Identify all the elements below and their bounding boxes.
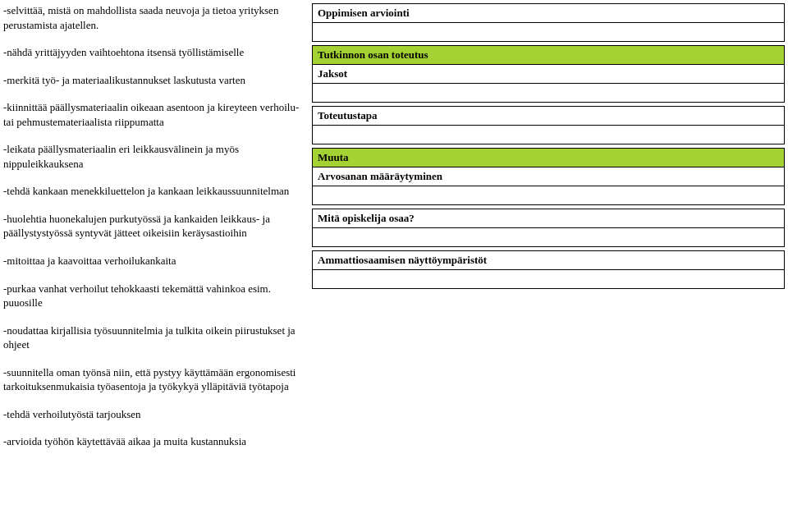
left-item-13: -arvioida työhön käytettävää aikaa ja mu… [3, 434, 307, 449]
section-toteutustapa: Toteutustapa [312, 106, 785, 144]
section-tutkinnon-osan-toteutus: Tutkinnon osan toteutus Jaksot [312, 45, 785, 103]
content-jaksot [313, 84, 785, 103]
left-item-7: -huolehtia huonekalujen purkutyössä ja k… [3, 212, 307, 241]
left-item-2: -nähdä yrittäjyyden vaihtoehtona itsensä… [3, 45, 307, 60]
content-toteutustapa [313, 126, 785, 144]
left-item-12: -tehdä verhoilutyöstä tarjouksen [3, 407, 307, 422]
left-item-11: -suunnitella oman työnsä niin, että pyst… [3, 365, 307, 394]
section-oppimisen-arviointi: Oppimisen arviointi [312, 3, 785, 42]
heading-mita-opiskelija-osaa: Mitä opiskelija osaa? [313, 209, 785, 228]
left-column: -selvittää, mistä on mahdollista saada n… [3, 3, 307, 462]
section-mita-opiskelija-osaa: Mitä opiskelija osaa? [312, 209, 785, 247]
heading-tutkinnon-osan-toteutus: Tutkinnon osan toteutus [313, 46, 785, 65]
heading-ammattiosaamisen-nayttoymparistot: Ammattiosaamisen näyttöympäristöt [313, 251, 785, 270]
left-item-6: -tehdä kankaan menekkiluettelon ja kanka… [3, 184, 307, 199]
left-item-1: -selvittää, mistä on mahdollista saada n… [3, 3, 307, 32]
heading-jaksot: Jaksot [313, 65, 785, 84]
left-item-3: -merkitä työ- ja materiaalikustannukset … [3, 73, 307, 88]
content-oppimisen-arviointi [313, 23, 785, 42]
heading-muuta: Muuta [313, 149, 785, 167]
heading-toteutustapa: Toteutustapa [313, 107, 785, 126]
right-column: Oppimisen arviointi Tutkinnon osan toteu… [312, 3, 785, 292]
content-arvosanan [313, 186, 785, 205]
left-item-9: -purkaa vanhat verhoilut tehokkaasti tek… [3, 282, 307, 310]
page-layout: -selvittää, mistä on mahdollista saada n… [3, 3, 785, 462]
section-muuta: Muuta Arvosanan määräytyminen [312, 148, 785, 205]
left-item-5: -leikata päällysmateriaalin eri leikkaus… [3, 142, 307, 171]
heading-oppimisen-arviointi: Oppimisen arviointi [313, 4, 785, 23]
left-item-4: -kiinnittää päällysmateriaalin oikeaan a… [3, 100, 307, 129]
content-ammattiosaamisen [313, 270, 785, 289]
heading-arvosanan-maaraytyminen: Arvosanan määräytyminen [313, 167, 785, 186]
section-ammattiosaamisen-nayttoymparistot: Ammattiosaamisen näyttöympäristöt [312, 250, 785, 289]
content-mita-opiskelija [313, 228, 785, 247]
left-item-8: -mitoittaa ja kaavoittaa verhoilukankait… [3, 254, 307, 268]
left-item-10: -noudattaa kirjallisia työsuunnitelmia j… [3, 323, 307, 352]
